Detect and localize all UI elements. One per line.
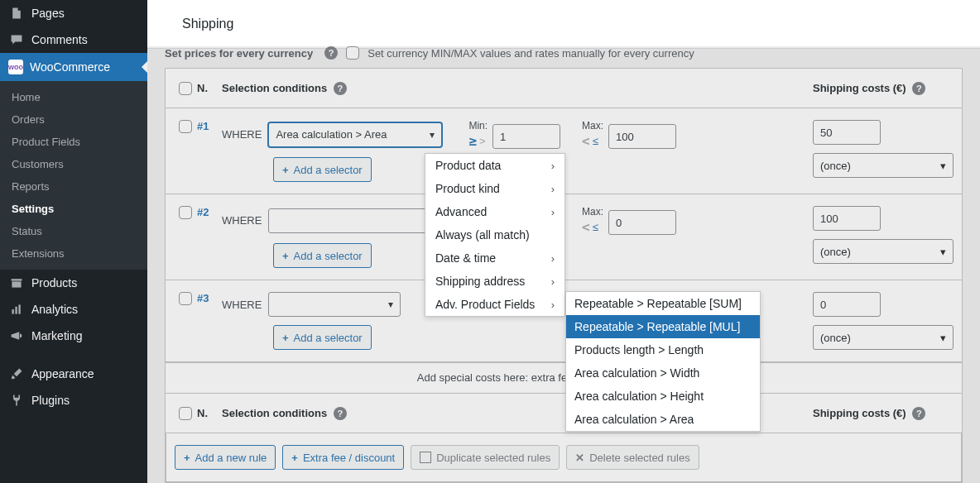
add-selector-button[interactable]: +Add a selector bbox=[273, 325, 372, 350]
page-title: Shipping bbox=[147, 0, 980, 49]
sub-customers[interactable]: Customers bbox=[0, 153, 147, 175]
currency-checkbox[interactable] bbox=[346, 46, 359, 60]
dropdown-item[interactable]: Shipping address› bbox=[425, 270, 564, 293]
sidebar-item-appearance[interactable]: Appearance bbox=[0, 361, 147, 387]
sidebar-item-analytics[interactable]: Analytics bbox=[0, 296, 147, 323]
table-header: N. Selection conditions ? Shipping costs… bbox=[166, 394, 962, 433]
dropdown-item[interactable]: Area calculation > Area bbox=[566, 408, 760, 431]
plug-icon bbox=[8, 394, 25, 407]
cost-input[interactable] bbox=[813, 120, 881, 145]
dropdown-item[interactable]: Area calculation > Height bbox=[566, 385, 760, 408]
sidebar-item-pages[interactable]: Pages bbox=[0, 0, 147, 26]
max-input[interactable] bbox=[608, 210, 676, 235]
help-icon[interactable]: ? bbox=[912, 407, 925, 420]
condition-selector[interactable]: Area calculation > Area ▾ bbox=[268, 122, 442, 147]
select-all-checkbox[interactable] bbox=[179, 82, 192, 95]
help-icon[interactable]: ? bbox=[324, 46, 338, 60]
frequency-select[interactable]: (once)▾ bbox=[813, 325, 954, 350]
dropdown-item[interactable]: Products length > Length bbox=[566, 338, 760, 361]
row-number[interactable]: #2 bbox=[197, 206, 222, 218]
row-checkbox[interactable] bbox=[179, 292, 192, 305]
lt-icon[interactable]: < bbox=[582, 133, 590, 149]
gte-icon[interactable]: ≥ bbox=[468, 133, 477, 149]
select-all-checkbox[interactable] bbox=[179, 407, 192, 420]
plus-icon: + bbox=[282, 332, 289, 344]
cost-input[interactable] bbox=[813, 292, 881, 317]
gt-icon[interactable]: > bbox=[479, 135, 486, 147]
sub-status[interactable]: Status bbox=[0, 220, 147, 242]
dropdown-item[interactable]: Date & time› bbox=[425, 246, 564, 270]
chevron-right-icon: › bbox=[551, 275, 555, 288]
col-costs: Shipping costs (€) bbox=[813, 82, 906, 94]
sub-settings[interactable]: Settings bbox=[0, 198, 147, 220]
dropdown-item[interactable]: Repeatable > Repeatable [SUM] bbox=[566, 292, 760, 315]
add-rule-button[interactable]: +Add a new rule bbox=[175, 445, 276, 470]
row-checkbox[interactable] bbox=[179, 120, 192, 133]
sidebar-item-woocommerce[interactable]: woo WooCommerce bbox=[0, 53, 147, 81]
chevron-down-icon: ▾ bbox=[388, 299, 393, 310]
dropdown-item[interactable]: Repeatable > Repeatable [MUL] bbox=[566, 315, 760, 338]
sidebar-item-comments[interactable]: Comments bbox=[0, 26, 147, 53]
chevron-down-icon: ▾ bbox=[940, 160, 946, 172]
duplicate-button[interactable]: Duplicate selected rules bbox=[411, 445, 560, 470]
extra-fee-button[interactable]: +Extra fee / discount bbox=[282, 445, 404, 470]
delete-button[interactable]: ✕Delete selected rules bbox=[566, 445, 699, 470]
sub-orders[interactable]: Orders bbox=[0, 108, 147, 131]
svg-rect-2 bbox=[12, 309, 13, 314]
main-content: Shipping Set prices for every currency ?… bbox=[147, 0, 980, 483]
row-number[interactable]: #3 bbox=[197, 292, 222, 304]
chevron-right-icon: › bbox=[551, 299, 555, 311]
plus-icon: + bbox=[282, 250, 289, 262]
add-selector-button[interactable]: +Add a selector bbox=[273, 243, 372, 268]
frequency-select[interactable]: (once)▾ bbox=[813, 239, 954, 264]
svg-rect-3 bbox=[15, 307, 17, 314]
where-label: WHERE bbox=[222, 214, 262, 227]
lt-icon[interactable]: < bbox=[582, 219, 590, 235]
cost-input[interactable] bbox=[813, 206, 881, 231]
sidebar-item-products[interactable]: Products bbox=[0, 270, 147, 296]
help-icon[interactable]: ? bbox=[334, 407, 347, 420]
dropdown-item[interactable]: Always (all match) bbox=[425, 223, 564, 246]
row-checkbox[interactable] bbox=[179, 206, 192, 219]
currency-strip: Set prices for every currency ? Set curr… bbox=[165, 46, 963, 68]
add-selector-button[interactable]: +Add a selector bbox=[273, 157, 372, 182]
dropdown-item[interactable]: Advanced› bbox=[425, 200, 564, 223]
woo-icon: woo bbox=[8, 60, 23, 74]
max-label: Max: bbox=[582, 206, 603, 218]
svg-rect-0 bbox=[12, 279, 22, 280]
sidebar-item-marketing[interactable]: Marketing bbox=[0, 323, 147, 349]
admin-sidebar: Pages Comments woo WooCommerce Home Orde… bbox=[0, 0, 147, 483]
dropdown-item[interactable]: Area calculation > Width bbox=[566, 361, 760, 385]
dropdown-item[interactable]: Product data› bbox=[425, 154, 564, 177]
where-label: WHERE bbox=[222, 299, 262, 311]
col-n: N. bbox=[197, 82, 222, 94]
sidebar-item-label: Products bbox=[31, 276, 77, 289]
plus-icon: + bbox=[184, 452, 190, 464]
row-number[interactable]: #1 bbox=[197, 120, 222, 132]
col-conditions: Selection conditions bbox=[222, 407, 327, 419]
sub-home[interactable]: Home bbox=[0, 86, 147, 108]
dropdown-item[interactable]: Adv. Product Fields› bbox=[425, 293, 564, 316]
sub-extensions[interactable]: Extensions bbox=[0, 242, 147, 265]
lte-icon[interactable]: ≤ bbox=[593, 135, 598, 147]
sub-reports[interactable]: Reports bbox=[0, 175, 147, 198]
rules-table-footer: N. Selection conditions ? Shipping costs… bbox=[165, 394, 963, 483]
max-input[interactable] bbox=[608, 124, 676, 149]
comment-icon bbox=[8, 33, 25, 46]
special-costs-banner[interactable]: Add special costs here: extra fees, hand… bbox=[165, 363, 963, 394]
min-input[interactable] bbox=[492, 124, 560, 149]
sub-product-fields[interactable]: Product Fields bbox=[0, 131, 147, 153]
help-icon[interactable]: ? bbox=[334, 82, 347, 95]
condition-selector[interactable]: ▾ bbox=[268, 208, 442, 233]
frequency-select[interactable]: (once)▾ bbox=[813, 153, 954, 178]
where-label: WHERE bbox=[222, 128, 262, 141]
sidebar-item-plugins[interactable]: Plugins bbox=[0, 387, 147, 414]
plus-icon: + bbox=[291, 452, 298, 464]
condition-selector[interactable]: ▾ bbox=[268, 292, 401, 317]
chevron-down-icon: ▾ bbox=[940, 246, 946, 258]
dropdown-item[interactable]: Product kind› bbox=[425, 177, 564, 200]
selector-dropdown: Product data› Product kind› Advanced› Al… bbox=[425, 153, 565, 317]
lte-icon[interactable]: ≤ bbox=[593, 221, 598, 233]
max-label: Max: bbox=[582, 120, 603, 132]
help-icon[interactable]: ? bbox=[912, 82, 925, 95]
